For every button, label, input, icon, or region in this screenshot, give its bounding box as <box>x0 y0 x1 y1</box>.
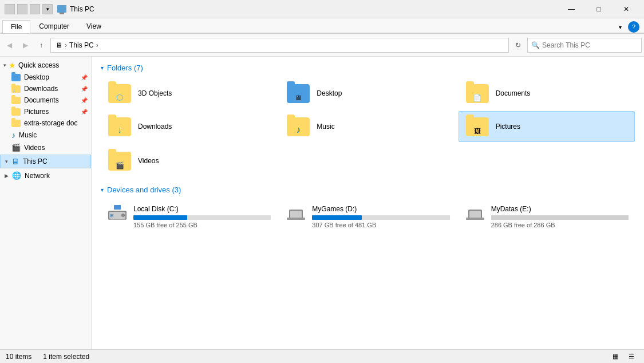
quick-access-arrow[interactable]: ▾ <box>42 4 53 14</box>
drives-section-header[interactable]: ▾ Devices and drives (3) <box>101 186 635 194</box>
refresh-button[interactable]: ↻ <box>511 38 525 52</box>
sidebar-quickaccess-header[interactable]: ▾ ★ Quick access <box>0 59 91 72</box>
close-button[interactable]: ✕ <box>613 0 639 18</box>
title-text: This PC <box>70 5 94 13</box>
folder-label: Downloads <box>138 123 172 131</box>
folder-item-desktop[interactable]: Desktop <box>279 78 456 109</box>
drive-item-d[interactable]: MyGames (D:) 307 GB free of 481 GB <box>279 200 456 234</box>
svg-rect-11 <box>466 218 484 220</box>
forward-button[interactable]: ▶ <box>18 38 32 52</box>
collapse-arrow[interactable]: ▾ <box>614 21 626 33</box>
path-arrow-2: › <box>96 41 98 49</box>
large-icon-view-button[interactable]: ▦ <box>609 351 622 362</box>
minimize-button[interactable]: — <box>558 0 584 18</box>
drive-bar-container-d <box>312 215 449 220</box>
drive-free-e: 286 GB free of 286 GB <box>491 222 629 228</box>
folder-item-videos[interactable]: Videos <box>101 145 277 176</box>
drive-bar-c <box>133 215 187 220</box>
drive-label-c: Local Disk (C:) <box>133 205 271 213</box>
sidebar-item-label: Pictures <box>24 108 49 116</box>
sidebar-group-thispc: ▾ 🖥 This PC <box>0 155 91 168</box>
sidebar-item-documents[interactable]: Documents 📌 <box>0 94 91 106</box>
folder-label: Music <box>317 123 334 131</box>
folder-icon: ↓ <box>11 85 21 93</box>
sidebar-item-music[interactable]: ♪ Music <box>0 129 91 141</box>
address-bar: ◀ ▶ ↑ 🖥 › This PC › ↻ 🔍 <box>0 34 644 57</box>
folder-item-music[interactable]: Music <box>279 111 456 142</box>
network-icon: 🌐 <box>12 171 21 180</box>
folder-item-pictures[interactable]: Pictures <box>459 111 635 142</box>
search-box[interactable]: 🔍 <box>527 38 642 53</box>
drive-info-c: Local Disk (C:) 155 GB free of 255 GB <box>133 205 271 228</box>
details-view-button[interactable]: ☰ <box>625 351 638 362</box>
system-icon-3 <box>30 4 40 14</box>
folder-icon-3dobjects <box>106 82 133 105</box>
pin-icon: 📌 <box>81 74 88 81</box>
folder-shape <box>108 152 131 171</box>
drive-info-d: MyGames (D:) 307 GB free of 481 GB <box>312 205 449 228</box>
tab-view[interactable]: View <box>78 19 110 33</box>
folder-shape <box>466 117 489 136</box>
folder-icon <box>11 74 21 81</box>
folder-icon-pictures <box>464 115 491 138</box>
chevron-down-icon: ▾ <box>101 65 104 71</box>
window-controls: — □ ✕ <box>558 0 639 18</box>
chevron-down-icon: ▾ <box>3 62 6 68</box>
folder-icon <box>11 120 21 127</box>
sidebar-item-label: Downloads <box>24 85 58 93</box>
address-path[interactable]: 🖥 › This PC › <box>50 38 509 53</box>
path-thispc: This PC <box>69 41 94 49</box>
folder-shape <box>287 84 310 103</box>
window-title: This PC <box>57 5 558 13</box>
pc-icon <box>57 5 66 13</box>
sidebar-item-downloads[interactable]: ↓ Downloads 📌 <box>0 83 91 94</box>
folder-item-3dobjects[interactable]: 3D Objects <box>101 78 277 109</box>
folder-item-downloads[interactable]: Downloads <box>101 111 277 142</box>
folder-item-documents[interactable]: Documents <box>459 78 635 109</box>
pin-icon: 📌 <box>81 109 88 115</box>
drives-section-title: Devices and drives (3) <box>107 186 181 194</box>
sidebar-group-network: ▶ 🌐 Network <box>0 169 91 182</box>
ribbon-tabs: File Computer View ▾ ? <box>0 18 644 33</box>
folder-icon-videos <box>106 149 133 172</box>
up-button[interactable]: ↑ <box>34 38 48 52</box>
drive-icon-d <box>286 205 306 222</box>
sidebar-item-label: Desktop <box>24 73 49 81</box>
svg-point-2 <box>121 214 125 217</box>
drive-bar-container-c <box>133 215 271 220</box>
sidebar-item-label: extra-storage doc <box>24 119 77 127</box>
folder-label: Documents <box>496 89 531 97</box>
search-input[interactable] <box>542 41 638 49</box>
sidebar-item-desktop[interactable]: Desktop 📌 <box>0 72 91 83</box>
drive-free-d: 307 GB free of 481 GB <box>312 222 449 228</box>
drive-bar-e <box>491 215 629 220</box>
drive-icon-c: ⊞ <box>107 205 128 222</box>
drive-item-c[interactable]: ⊞ Local Disk (C:) 155 GB free of 255 GB <box>101 200 277 234</box>
sidebar-item-network[interactable]: ▶ 🌐 Network <box>0 169 91 182</box>
sidebar-item-videos[interactable]: 🎬 Videos <box>0 141 91 153</box>
sidebar-item-thispc[interactable]: ▾ 🖥 This PC <box>0 155 91 168</box>
drive-item-e[interactable]: MyDatas (E:) 286 GB free of 286 GB <box>459 200 635 234</box>
help-button[interactable]: ? <box>628 21 639 33</box>
pin-icon: 📌 <box>81 97 88 104</box>
folder-icon-music <box>285 115 312 138</box>
folder-icon-desktop <box>285 82 312 105</box>
folder-icon <box>11 108 21 116</box>
video-icon: 🎬 <box>11 143 21 152</box>
tab-file[interactable]: File <box>2 20 30 33</box>
item-count: 10 items <box>6 353 31 361</box>
svg-rect-3 <box>114 205 121 210</box>
folders-section-header[interactable]: ▾ Folders (7) <box>101 64 635 72</box>
sidebar: ▾ ★ Quick access Desktop 📌 ↓ Downloads 📌… <box>0 57 92 349</box>
folder-icon-documents <box>464 82 491 105</box>
back-button[interactable]: ◀ <box>2 38 16 52</box>
folder-shape <box>108 84 131 103</box>
folder-grid-row2: Videos <box>101 145 635 176</box>
sidebar-item-label: Network <box>25 172 50 180</box>
tab-computer[interactable]: Computer <box>30 19 78 33</box>
sidebar-item-pictures[interactable]: Pictures 📌 <box>0 106 91 117</box>
sidebar-item-extra-storage[interactable]: extra-storage doc <box>0 117 91 129</box>
drive-label-e: MyDatas (E:) <box>491 205 629 213</box>
maximize-button[interactable]: □ <box>586 0 612 18</box>
main-area: ▾ ★ Quick access Desktop 📌 ↓ Downloads 📌… <box>0 57 644 349</box>
